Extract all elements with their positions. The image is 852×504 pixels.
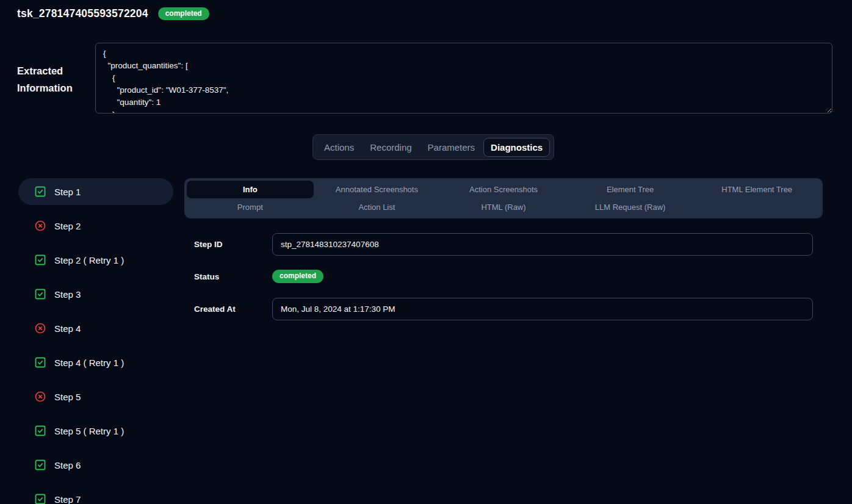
subtab-html-raw[interactable]: HTML (Raw) bbox=[440, 198, 567, 216]
step-id-row: Step ID bbox=[194, 233, 813, 256]
step-item-label: Step 2 ( Retry 1 ) bbox=[54, 255, 124, 265]
steps-list: Step 1 Step 2 Step 2 ( Retry 1 ) Step 3 … bbox=[18, 178, 173, 504]
created-at-label: Created At bbox=[194, 304, 272, 314]
step-item[interactable]: Step 1 bbox=[18, 178, 173, 205]
step-item[interactable]: Step 6 bbox=[18, 452, 173, 478]
created-at-row: Created At bbox=[194, 298, 813, 320]
check-square-icon bbox=[34, 493, 46, 504]
step-item-label: Step 7 bbox=[54, 494, 81, 504]
step-item-label: Step 4 ( Retry 1 ) bbox=[54, 358, 124, 368]
tab-recording[interactable]: Recording bbox=[363, 138, 419, 157]
step-item[interactable]: Step 2 ( Retry 1 ) bbox=[18, 247, 173, 273]
subtab-html-element-tree[interactable]: HTML Element Tree bbox=[693, 181, 820, 198]
check-square-icon bbox=[34, 288, 46, 300]
main-tab-bar: Actions Recording Parameters Diagnostics bbox=[312, 134, 554, 160]
step-item-label: Step 1 bbox=[54, 187, 81, 197]
step-item[interactable]: Step 5 bbox=[18, 383, 173, 410]
subtab-prompt[interactable]: Prompt bbox=[187, 198, 314, 216]
check-square-icon bbox=[34, 254, 46, 266]
step-item-label: Step 5 ( Retry 1 ) bbox=[54, 426, 124, 436]
x-circle-icon bbox=[34, 220, 46, 232]
subtab-llm-request-raw[interactable]: LLM Request (Raw) bbox=[567, 198, 694, 216]
tab-parameters[interactable]: Parameters bbox=[421, 138, 483, 157]
step-item[interactable]: Step 4 ( Retry 1 ) bbox=[18, 349, 173, 376]
x-circle-icon bbox=[34, 322, 46, 334]
step-status-badge: completed bbox=[272, 270, 323, 283]
check-square-icon bbox=[34, 425, 46, 437]
header: tsk_278147405593572204 completed bbox=[17, 7, 209, 20]
tab-actions[interactable]: Actions bbox=[317, 138, 361, 157]
extracted-information-textarea[interactable]: { "product_quantities": [ { "product_id"… bbox=[95, 43, 832, 113]
subtab-annotated-screenshots[interactable]: Annotated Screenshots bbox=[314, 181, 441, 198]
subtab-info[interactable]: Info bbox=[187, 181, 314, 198]
step-item[interactable]: Step 7 bbox=[18, 486, 173, 504]
step-item-label: Step 6 bbox=[54, 460, 81, 470]
step-item[interactable]: Step 2 bbox=[18, 212, 173, 239]
extracted-information-label: Extracted Information bbox=[17, 62, 90, 96]
x-circle-icon bbox=[34, 391, 46, 403]
task-id-title: tsk_278147405593572204 bbox=[17, 7, 148, 20]
diagnostics-subtab-bar: Info Annotated Screenshots Action Screen… bbox=[184, 178, 823, 218]
step-item-label: Step 2 bbox=[54, 221, 81, 231]
step-item-label: Step 4 bbox=[54, 323, 81, 334]
step-item-label: Step 3 bbox=[54, 289, 81, 300]
created-at-input[interactable] bbox=[272, 298, 813, 320]
check-square-icon bbox=[34, 185, 46, 198]
subtab-action-list[interactable]: Action List bbox=[314, 198, 441, 216]
tab-diagnostics[interactable]: Diagnostics bbox=[483, 138, 550, 157]
check-square-icon bbox=[34, 459, 46, 471]
step-id-input[interactable] bbox=[272, 233, 813, 256]
step-item[interactable]: Step 3 bbox=[18, 281, 173, 308]
check-square-icon bbox=[34, 356, 46, 369]
step-id-label: Step ID bbox=[194, 240, 272, 249]
step-status-label: Status bbox=[194, 272, 272, 281]
task-status-badge: completed bbox=[158, 7, 209, 20]
step-status-row: Status completed bbox=[194, 268, 323, 285]
step-item-label: Step 5 bbox=[54, 392, 81, 402]
step-item[interactable]: Step 5 ( Retry 1 ) bbox=[18, 417, 173, 444]
subtab-empty-cell bbox=[693, 198, 820, 216]
subtab-element-tree[interactable]: Element Tree bbox=[567, 181, 694, 198]
step-item[interactable]: Step 4 bbox=[18, 315, 173, 342]
subtab-action-screenshots[interactable]: Action Screenshots bbox=[440, 181, 567, 198]
